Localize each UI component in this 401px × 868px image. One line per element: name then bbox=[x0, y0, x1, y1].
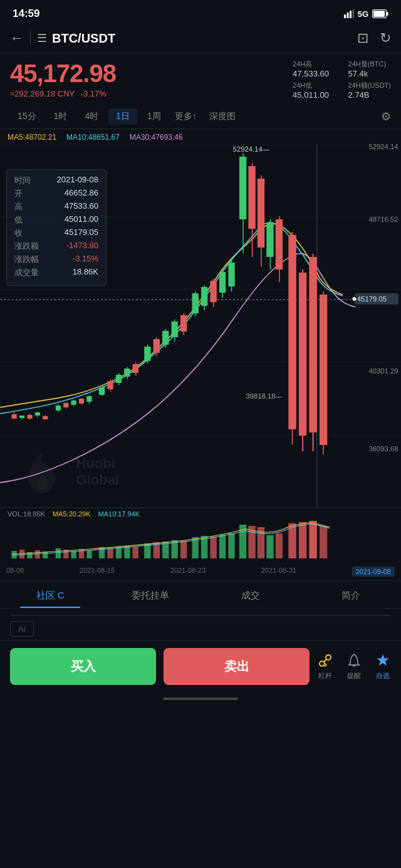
price-right: 24H高 47,533.60 24H量(BTC) 57.4k 24H低 45,0… bbox=[293, 60, 391, 100]
star-icon bbox=[375, 652, 391, 669]
svg-rect-127 bbox=[320, 526, 327, 558]
date-0815: 2021-08-15 bbox=[80, 567, 115, 577]
date-0831: 2021-08-31 bbox=[261, 567, 296, 577]
leverage-label: 杠杆 bbox=[318, 671, 332, 681]
price-left: 45,172.98 ≈292,269.18 CNY -3.17% bbox=[10, 60, 293, 100]
svg-rect-78 bbox=[248, 166, 255, 229]
svg-rect-1 bbox=[346, 13, 348, 18]
main-price: 45,172.98 bbox=[10, 60, 293, 88]
svg-rect-90 bbox=[309, 257, 316, 432]
tooltip-high-label: 高 bbox=[14, 201, 23, 212]
volume-chart: VOL:18.86K MA5:20.29K MA10:17.94K bbox=[0, 508, 401, 564]
svg-rect-84 bbox=[276, 219, 283, 269]
tab-orders[interactable]: 委托挂单 bbox=[100, 581, 200, 608]
vol-label: VOL:18.86K bbox=[8, 510, 45, 518]
svg-rect-88 bbox=[299, 273, 306, 436]
home-bar bbox=[0, 693, 401, 710]
volume-bars bbox=[0, 520, 401, 560]
tab-info[interactable]: 简介 bbox=[301, 581, 401, 608]
price-cny: ≈292,269.18 CNY -3.17% bbox=[10, 89, 293, 98]
tooltip-time-val: 2021-09-08 bbox=[57, 175, 99, 186]
svg-text:52924.14: 52924.14 bbox=[368, 144, 398, 150]
tooltip-low-val: 45011.00 bbox=[65, 214, 98, 226]
tooltip-change-label: 涨跌额 bbox=[14, 241, 39, 252]
nav-icons: 杠杆 提醒 自选 bbox=[317, 652, 391, 681]
tab-trades[interactable]: 成交 bbox=[200, 581, 301, 608]
svg-rect-6 bbox=[373, 11, 385, 17]
svg-point-93 bbox=[36, 478, 48, 490]
screenshot-button[interactable]: ⊡ bbox=[357, 30, 368, 46]
svg-rect-103 bbox=[86, 550, 91, 558]
svg-rect-113 bbox=[180, 541, 187, 558]
svg-rect-51 bbox=[124, 369, 130, 377]
svg-rect-126 bbox=[309, 521, 316, 558]
tab-community[interactable]: 社区 C bbox=[0, 581, 100, 608]
svg-point-21 bbox=[352, 296, 357, 301]
main-chart: 52924.14 48716.52 45179.05 40301.29 3609… bbox=[0, 144, 401, 508]
tab-1w[interactable]: 1周 bbox=[140, 108, 169, 125]
tooltip-open-row: 开 46652.86 bbox=[14, 188, 98, 199]
leverage-nav-item[interactable]: 杠杆 bbox=[317, 652, 333, 681]
ma30-indicator: MA30:47693.46 bbox=[130, 133, 183, 142]
svg-rect-105 bbox=[107, 548, 113, 558]
svg-rect-67 bbox=[201, 287, 207, 306]
bell-icon bbox=[346, 652, 362, 669]
svg-rect-86 bbox=[288, 235, 296, 429]
svg-rect-101 bbox=[71, 551, 76, 558]
header: ← ☰ BTC/USDT ⊡ ↻ bbox=[0, 25, 401, 53]
header-actions: ⊡ ↻ bbox=[357, 30, 391, 46]
more-tab[interactable]: 更多↑ bbox=[171, 108, 200, 125]
stat-low: 24H低 45,011.00 bbox=[293, 81, 335, 100]
svg-rect-2 bbox=[350, 11, 352, 18]
depth-tab[interactable]: 深度图 bbox=[203, 108, 242, 125]
chart-tooltip: 时间 2021-09-08 开 46652.86 高 47533.60 低 45… bbox=[6, 169, 107, 286]
tab-4h[interactable]: 4时 bbox=[77, 108, 106, 125]
svg-rect-43 bbox=[86, 396, 91, 402]
svg-rect-99 bbox=[56, 548, 61, 558]
header-title-area: ☰ BTC/USDT bbox=[37, 31, 357, 46]
ma5-indicator: MA5:48702.21 bbox=[8, 133, 56, 142]
svg-rect-75 bbox=[239, 157, 246, 219]
chart-settings-icon[interactable]: ⚙ bbox=[381, 110, 391, 123]
svg-rect-57 bbox=[154, 339, 160, 353]
favorite-nav-item[interactable]: 自选 bbox=[375, 652, 391, 681]
svg-rect-94 bbox=[12, 551, 17, 558]
menu-icon[interactable]: ☰ bbox=[37, 31, 47, 45]
tooltip-low-label: 低 bbox=[14, 214, 23, 226]
back-button[interactable]: ← bbox=[10, 30, 24, 46]
svg-text:52924.14—: 52924.14— bbox=[233, 145, 270, 153]
tab-15min[interactable]: 15分 bbox=[10, 108, 44, 125]
alert-label: 提醒 bbox=[347, 671, 361, 681]
tab-1d[interactable]: 1日 bbox=[108, 108, 137, 125]
svg-text:36093.68: 36093.68 bbox=[368, 445, 398, 452]
svg-rect-35 bbox=[56, 405, 61, 410]
svg-rect-3 bbox=[352, 9, 354, 18]
huobi-logo-icon bbox=[13, 442, 71, 501]
tooltip-open-label: 开 bbox=[14, 188, 23, 199]
tooltip-high-row: 高 47533.60 bbox=[14, 201, 98, 212]
alert-nav-item[interactable]: 提醒 bbox=[346, 652, 362, 681]
refresh-button[interactable]: ↻ bbox=[380, 30, 391, 46]
svg-rect-122 bbox=[266, 535, 273, 558]
svg-rect-117 bbox=[219, 535, 226, 558]
tooltip-time-label: 时间 bbox=[14, 175, 31, 186]
bottom-tabs: 社区 C 委托挂单 成交 简介 bbox=[0, 580, 401, 609]
svg-rect-92 bbox=[320, 295, 327, 445]
vol-value: 57.4k bbox=[348, 69, 391, 78]
vol-label: 24H量(BTC) bbox=[348, 60, 391, 69]
trading-pair: BTC/USDT bbox=[52, 31, 115, 46]
status-icons: 5G bbox=[344, 9, 388, 19]
tooltip-close-val: 45179.05 bbox=[65, 227, 98, 239]
buy-button[interactable]: 买入 bbox=[10, 648, 156, 685]
tooltip-change-val: -1473.80 bbox=[66, 241, 98, 252]
volume-ma-labels: VOL:18.86K MA5:20.29K MA10:17.94K bbox=[0, 508, 401, 520]
price-section: 45,172.98 ≈292,269.18 CNY -3.17% 24H高 47… bbox=[0, 53, 401, 105]
svg-rect-116 bbox=[210, 536, 216, 558]
svg-rect-55 bbox=[144, 347, 150, 361]
stat-high: 24H高 47,533.60 bbox=[293, 60, 335, 78]
tooltip-pct-row: 涨跌幅 -3.15% bbox=[14, 254, 98, 265]
svg-rect-71 bbox=[219, 272, 226, 293]
svg-rect-125 bbox=[299, 522, 306, 558]
sell-button[interactable]: 卖出 bbox=[164, 648, 310, 685]
tab-1h[interactable]: 1时 bbox=[46, 108, 75, 125]
